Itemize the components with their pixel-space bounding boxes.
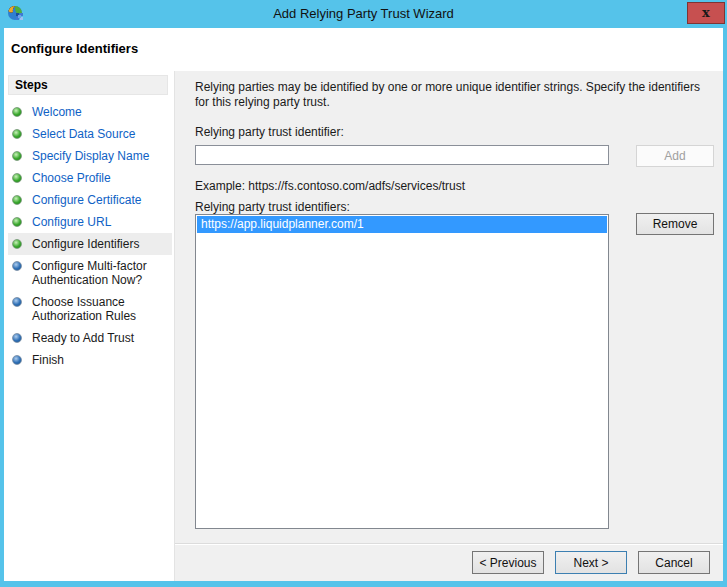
step-item-choose-profile[interactable]: Choose Profile (8, 167, 172, 189)
step-label: Ready to Add Trust (32, 331, 134, 345)
step-status-dot (12, 173, 22, 183)
step-label: Specify Display Name (32, 149, 149, 163)
title-bar[interactable]: Add Relying Party Trust Wizard x (0, 0, 727, 28)
example-text: Example: https://fs.contoso.com/adfs/ser… (195, 179, 717, 194)
step-status-dot (12, 355, 22, 365)
content-area: Relying parties may be identified by one… (175, 71, 723, 543)
dialog-surface: Configure Identifiers Steps WelcomeSelec… (4, 28, 723, 581)
step-item-select-data-source[interactable]: Select Data Source (8, 123, 172, 145)
identifier-list-item[interactable]: https://app.liquidplanner.com/1 (197, 216, 607, 233)
step-status-dot (12, 333, 22, 343)
intro-text: Relying parties may be identified by one… (195, 80, 714, 110)
steps-sidebar: Steps WelcomeSelect Data SourceSpecify D… (4, 71, 174, 581)
step-status-dot (12, 129, 22, 139)
step-item-specify-display-name[interactable]: Specify Display Name (8, 145, 172, 167)
main-column: Relying parties may be identified by one… (174, 71, 723, 581)
step-label: Configure URL (32, 215, 111, 229)
previous-button[interactable]: < Previous (472, 551, 544, 574)
step-item-finish: Finish (8, 349, 172, 371)
page-title: Configure Identifiers (4, 28, 723, 56)
step-label: Choose Issuance Authorization Rules (32, 295, 170, 323)
step-status-dot (12, 261, 22, 271)
relying-party-trust-identifier-input[interactable] (195, 145, 609, 165)
identifiers-listbox[interactable]: https://app.liquidplanner.com/1 (195, 214, 609, 529)
identifier-input-label: Relying party trust identifier: (195, 126, 717, 139)
step-status-dot (12, 297, 22, 307)
step-item-configure-url[interactable]: Configure URL (8, 211, 172, 233)
add-button[interactable]: Add (636, 145, 714, 167)
step-item-choose-issuance-authorization-rules: Choose Issuance Authorization Rules (8, 291, 172, 327)
dialog-body: Steps WelcomeSelect Data SourceSpecify D… (4, 71, 723, 581)
cancel-button[interactable]: Cancel (638, 551, 710, 574)
step-label: Configure Identifiers (32, 237, 139, 251)
step-status-dot (12, 151, 22, 161)
wizard-window: Add Relying Party Trust Wizard x Configu… (0, 0, 727, 587)
step-status-dot (12, 239, 22, 249)
step-label: Welcome (32, 105, 82, 119)
identifiers-list-label: Relying party trust identifiers: (195, 201, 717, 213)
step-label: Choose Profile (32, 171, 111, 185)
steps-list: WelcomeSelect Data SourceSpecify Display… (8, 101, 174, 371)
page-header: Configure Identifiers (4, 28, 723, 71)
next-button[interactable]: Next > (555, 551, 627, 574)
steps-panel-title: Steps (8, 75, 168, 95)
identifiers-row: https://app.liquidplanner.com/1 Remove (195, 213, 717, 529)
window-title: Add Relying Party Trust Wizard (0, 6, 727, 21)
step-status-dot (12, 195, 22, 205)
identifier-input-row: Add (195, 145, 717, 167)
step-item-configure-identifiers: Configure Identifiers (8, 233, 172, 255)
step-item-configure-certificate[interactable]: Configure Certificate (8, 189, 172, 211)
step-item-welcome[interactable]: Welcome (8, 101, 172, 123)
close-button[interactable]: x (687, 2, 725, 24)
step-item-ready-to-add-trust: Ready to Add Trust (8, 327, 172, 349)
step-status-dot (12, 217, 22, 227)
step-label: Configure Certificate (32, 193, 141, 207)
step-label: Finish (32, 353, 64, 367)
remove-button[interactable]: Remove (636, 213, 714, 235)
step-label: Select Data Source (32, 127, 135, 141)
step-status-dot (12, 107, 22, 117)
step-label: Configure Multi-factor Authentication No… (32, 259, 170, 287)
step-item-configure-multi-factor-authentication-now-: Configure Multi-factor Authentication No… (8, 255, 172, 291)
wizard-footer: < Previous Next > Cancel (175, 543, 723, 581)
